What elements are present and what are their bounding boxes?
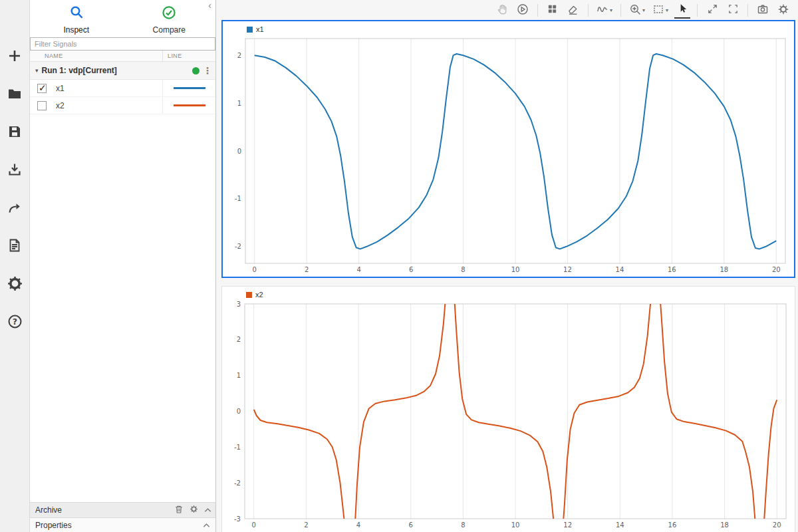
- dropdown-caret-icon: ▾: [610, 7, 612, 13]
- legend-label: x2: [255, 291, 263, 299]
- signal-line-swatch-x1: [174, 87, 205, 89]
- toolbar-separator: [747, 4, 748, 17]
- svg-text:4: 4: [356, 266, 360, 273]
- fit-to-view-icon: [707, 3, 718, 17]
- signal-table-header: NAME LINE: [30, 51, 215, 62]
- sdi-window: ? Inspect Compare ‹ NAME LINE ▾ Run 1: v…: [0, 0, 798, 532]
- svg-text:4: 4: [356, 521, 360, 529]
- svg-text:6: 6: [409, 521, 413, 529]
- legend-swatch: [247, 27, 253, 33]
- toolbar-separator: [588, 4, 589, 17]
- svg-text:0: 0: [237, 408, 241, 415]
- report-button[interactable]: [3, 234, 26, 257]
- column-line: LINE: [162, 51, 215, 61]
- tab-inspect[interactable]: Inspect: [30, 0, 123, 37]
- signal-checkbox-x1[interactable]: [37, 84, 47, 93]
- archive-section-header[interactable]: Archive: [30, 502, 215, 517]
- svg-text:10: 10: [511, 521, 520, 529]
- replay-icon: [517, 3, 529, 17]
- svg-text:1: 1: [237, 100, 241, 107]
- zoom-region-button[interactable]: ▾: [651, 1, 670, 19]
- svg-text:-1: -1: [234, 444, 241, 451]
- tab-inspect-label: Inspect: [63, 25, 89, 35]
- filter-signals-input[interactable]: [30, 37, 215, 51]
- layout-grid-icon: [547, 3, 558, 17]
- highlight-brush-button[interactable]: [565, 1, 581, 19]
- signal-tree-empty-area: [30, 114, 215, 502]
- svg-text:-1: -1: [235, 195, 241, 202]
- snapshot-button[interactable]: [755, 1, 771, 19]
- signal-wave-button[interactable]: ▾: [595, 1, 614, 19]
- pan-hand-button[interactable]: [494, 1, 510, 19]
- tab-compare[interactable]: Compare: [123, 0, 216, 37]
- svg-text:8: 8: [461, 521, 465, 529]
- sidebar-tabs: Inspect Compare ‹: [30, 0, 215, 37]
- svg-text:3: 3: [237, 301, 241, 308]
- inspect-magnifier-icon: [69, 5, 84, 23]
- svg-text:12: 12: [563, 521, 572, 529]
- tab-compare-label: Compare: [153, 25, 186, 35]
- replay-button[interactable]: [515, 1, 531, 19]
- svg-text:0: 0: [252, 521, 256, 529]
- properties-label: Properties: [35, 521, 72, 530]
- run-row[interactable]: ▾ Run 1: vdp[Current] ⋮: [30, 62, 215, 80]
- cursor-arrow-button[interactable]: [674, 1, 690, 19]
- svg-text:8: 8: [461, 266, 465, 273]
- chart-x1: x1 -2-101202468101214161820: [221, 20, 795, 278]
- svg-text:14: 14: [616, 266, 624, 273]
- help-button[interactable]: ?: [3, 310, 26, 332]
- archive-gear-icon[interactable]: [190, 505, 198, 515]
- chart-x1-legend: x1: [247, 25, 264, 33]
- svg-text:-2: -2: [235, 243, 241, 250]
- plot-toolbar: ▾ ▾ ▾: [216, 0, 798, 20]
- import-icon: [7, 162, 23, 178]
- pan-hand-icon: [496, 3, 508, 17]
- signal-line-swatch-x2: [174, 104, 205, 106]
- legend-label: x1: [256, 25, 264, 33]
- archive-trash-icon[interactable]: [174, 505, 184, 516]
- run-status-dot: [192, 67, 200, 74]
- properties-collapse-icon[interactable]: [203, 521, 210, 530]
- chart-x1-plot[interactable]: -2-101202468101214161820: [223, 21, 794, 277]
- folder-icon: [7, 86, 23, 102]
- plot-settings-button[interactable]: [775, 1, 791, 19]
- layout-grid-button[interactable]: [545, 1, 561, 19]
- run-label: Run 1: vdp[Current]: [42, 66, 117, 75]
- chart-x2-legend: x2: [246, 291, 263, 299]
- add-button[interactable]: [3, 45, 26, 67]
- run-menu-icon[interactable]: ⋮: [200, 65, 215, 76]
- import-button[interactable]: [3, 158, 26, 181]
- fit-to-view-button[interactable]: [704, 1, 720, 19]
- fullscreen-icon: [728, 3, 739, 17]
- highlight-brush-icon: [567, 3, 579, 17]
- fullscreen-button[interactable]: [725, 1, 741, 19]
- report-icon: [7, 237, 23, 253]
- svg-text:6: 6: [409, 266, 413, 273]
- svg-text:-3: -3: [234, 515, 241, 523]
- svg-text:18: 18: [720, 266, 728, 273]
- svg-text:0: 0: [237, 148, 241, 155]
- collapse-panel-icon[interactable]: ‹: [208, 1, 211, 10]
- chart-x2-plot[interactable]: -3-2-1012302468101214161820: [222, 287, 795, 532]
- save-button[interactable]: [3, 120, 26, 143]
- archive-collapse-icon[interactable]: [204, 505, 211, 515]
- signal-name: x1: [56, 84, 162, 93]
- signal-wave-icon: [597, 3, 608, 17]
- svg-text:10: 10: [511, 266, 520, 273]
- svg-text:1: 1: [237, 372, 241, 379]
- signal-row-x2[interactable]: x2: [30, 97, 215, 114]
- dropdown-caret-icon: ▾: [666, 7, 668, 13]
- open-button[interactable]: [3, 82, 26, 105]
- svg-text:12: 12: [563, 266, 572, 273]
- svg-text:2: 2: [304, 521, 308, 529]
- save-icon: [7, 124, 23, 140]
- export-button[interactable]: [3, 196, 26, 219]
- signal-checkbox-x2[interactable]: [37, 101, 47, 110]
- svg-text:14: 14: [616, 521, 624, 529]
- run-expander-icon[interactable]: ▾: [35, 67, 39, 74]
- properties-section-header[interactable]: Properties: [30, 517, 215, 532]
- legend-swatch: [246, 292, 252, 298]
- signal-row-x1[interactable]: x1: [30, 80, 215, 97]
- settings-button[interactable]: [3, 272, 26, 295]
- zoom-in-button[interactable]: ▾: [628, 1, 646, 19]
